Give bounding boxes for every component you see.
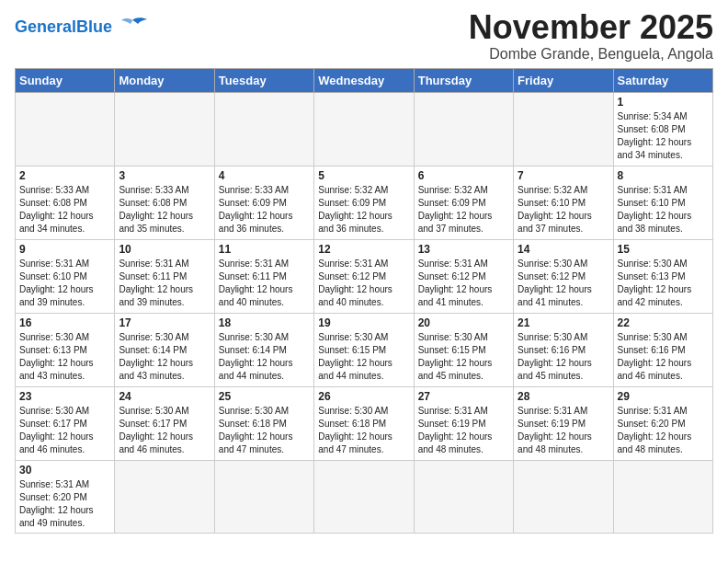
calendar-cell: 2Sunrise: 5:33 AM Sunset: 6:08 PM Daylig…	[16, 166, 115, 239]
day-info: Sunrise: 5:30 AM Sunset: 6:13 PM Dayligh…	[618, 258, 709, 309]
day-info: Sunrise: 5:31 AM Sunset: 6:11 PM Dayligh…	[119, 258, 210, 309]
day-info: Sunrise: 5:31 AM Sunset: 6:19 PM Dayligh…	[418, 405, 509, 456]
day-number: 16	[19, 316, 110, 329]
day-info: Sunrise: 5:31 AM Sunset: 6:20 PM Dayligh…	[19, 478, 110, 530]
calendar-cell: 28Sunrise: 5:31 AM Sunset: 6:19 PM Dayli…	[514, 386, 613, 460]
day-number: 13	[418, 243, 509, 256]
day-number: 12	[318, 243, 409, 256]
calendar-cell: 29Sunrise: 5:31 AM Sunset: 6:20 PM Dayli…	[613, 386, 712, 460]
day-number: 25	[219, 390, 310, 403]
calendar-cell	[115, 460, 214, 533]
day-info: Sunrise: 5:30 AM Sunset: 6:18 PM Dayligh…	[219, 405, 310, 456]
calendar-cell	[514, 92, 613, 166]
weekday-header-row: SundayMondayTuesdayWednesdayThursdayFrid…	[16, 68, 713, 92]
title-section: November 2025 Dombe Grande, Benguela, An…	[469, 9, 713, 63]
calendar-cell: 12Sunrise: 5:31 AM Sunset: 6:12 PM Dayli…	[314, 239, 414, 313]
day-number: 18	[219, 316, 310, 329]
day-number: 19	[318, 316, 409, 329]
calendar-cell: 9Sunrise: 5:31 AM Sunset: 6:10 PM Daylig…	[16, 239, 115, 313]
day-number: 4	[219, 169, 310, 182]
day-info: Sunrise: 5:30 AM Sunset: 6:16 PM Dayligh…	[518, 331, 609, 383]
weekday-header-monday: Monday	[115, 68, 214, 92]
calendar-cell: 13Sunrise: 5:31 AM Sunset: 6:12 PM Dayli…	[414, 239, 513, 313]
day-info: Sunrise: 5:31 AM Sunset: 6:12 PM Dayligh…	[318, 258, 409, 309]
day-number: 2	[19, 169, 110, 182]
calendar-cell	[115, 92, 214, 166]
calendar-cell: 16Sunrise: 5:30 AM Sunset: 6:13 PM Dayli…	[16, 313, 115, 386]
calendar-cell: 15Sunrise: 5:30 AM Sunset: 6:13 PM Dayli…	[613, 239, 712, 313]
day-number: 3	[119, 169, 210, 182]
calendar-title: November 2025	[469, 9, 713, 46]
week-row-0: 1Sunrise: 5:34 AM Sunset: 6:08 PM Daylig…	[16, 92, 713, 166]
day-number: 29	[618, 390, 709, 403]
day-number: 5	[318, 169, 409, 182]
day-number: 23	[19, 390, 110, 403]
weekday-header-sunday: Sunday	[16, 68, 115, 92]
calendar-cell: 17Sunrise: 5:30 AM Sunset: 6:14 PM Dayli…	[115, 313, 214, 386]
calendar-cell	[16, 92, 115, 166]
calendar-cell	[613, 460, 712, 533]
day-number: 20	[418, 316, 509, 329]
calendar-cell: 24Sunrise: 5:30 AM Sunset: 6:17 PM Dayli…	[115, 386, 214, 460]
day-info: Sunrise: 5:33 AM Sunset: 6:08 PM Dayligh…	[19, 184, 110, 236]
calendar-table: SundayMondayTuesdayWednesdayThursdayFrid…	[15, 68, 713, 534]
calendar-cell: 26Sunrise: 5:30 AM Sunset: 6:18 PM Dayli…	[314, 386, 414, 460]
calendar-cell	[514, 460, 613, 533]
day-info: Sunrise: 5:31 AM Sunset: 6:20 PM Dayligh…	[618, 405, 709, 456]
day-info: Sunrise: 5:31 AM Sunset: 6:12 PM Dayligh…	[418, 258, 509, 309]
calendar-cell: 21Sunrise: 5:30 AM Sunset: 6:16 PM Dayli…	[514, 313, 613, 386]
day-number: 6	[418, 169, 509, 182]
day-info: Sunrise: 5:30 AM Sunset: 6:18 PM Dayligh…	[318, 405, 409, 456]
calendar-cell: 10Sunrise: 5:31 AM Sunset: 6:11 PM Dayli…	[115, 239, 214, 313]
day-info: Sunrise: 5:30 AM Sunset: 6:14 PM Dayligh…	[119, 331, 210, 383]
day-info: Sunrise: 5:30 AM Sunset: 6:16 PM Dayligh…	[618, 331, 709, 383]
day-number: 30	[19, 464, 110, 477]
calendar-cell: 14Sunrise: 5:30 AM Sunset: 6:12 PM Dayli…	[514, 239, 613, 313]
day-number: 21	[518, 316, 609, 329]
week-row-5: 30Sunrise: 5:31 AM Sunset: 6:20 PM Dayli…	[16, 460, 713, 533]
day-number: 28	[518, 390, 609, 403]
calendar-cell: 18Sunrise: 5:30 AM Sunset: 6:14 PM Dayli…	[214, 313, 313, 386]
day-info: Sunrise: 5:31 AM Sunset: 6:11 PM Dayligh…	[219, 258, 310, 309]
day-info: Sunrise: 5:33 AM Sunset: 6:08 PM Dayligh…	[119, 184, 210, 236]
calendar-cell: 7Sunrise: 5:32 AM Sunset: 6:10 PM Daylig…	[514, 166, 613, 239]
day-info: Sunrise: 5:32 AM Sunset: 6:09 PM Dayligh…	[418, 184, 509, 236]
week-row-1: 2Sunrise: 5:33 AM Sunset: 6:08 PM Daylig…	[16, 166, 713, 239]
calendar-cell: 30Sunrise: 5:31 AM Sunset: 6:20 PM Dayli…	[16, 460, 115, 533]
calendar-cell	[414, 460, 513, 533]
day-info: Sunrise: 5:31 AM Sunset: 6:10 PM Dayligh…	[19, 258, 110, 309]
day-info: Sunrise: 5:30 AM Sunset: 6:15 PM Dayligh…	[318, 331, 409, 383]
calendar-cell: 11Sunrise: 5:31 AM Sunset: 6:11 PM Dayli…	[214, 239, 313, 313]
header: GeneralBlue November 2025 Dombe Grande, …	[15, 9, 713, 63]
day-number: 1	[618, 96, 709, 109]
calendar-cell	[314, 92, 414, 166]
calendar-cell: 19Sunrise: 5:30 AM Sunset: 6:15 PM Dayli…	[314, 313, 414, 386]
day-number: 8	[618, 169, 709, 182]
day-info: Sunrise: 5:34 AM Sunset: 6:08 PM Dayligh…	[618, 110, 709, 162]
calendar-cell	[314, 460, 414, 533]
day-number: 24	[119, 390, 210, 403]
calendar-subtitle: Dombe Grande, Benguela, Angola	[469, 46, 713, 63]
logo-text: GeneralBlue	[15, 18, 112, 35]
day-number: 10	[119, 243, 210, 256]
day-info: Sunrise: 5:32 AM Sunset: 6:09 PM Dayligh…	[318, 184, 409, 236]
calendar-cell: 4Sunrise: 5:33 AM Sunset: 6:09 PM Daylig…	[214, 166, 313, 239]
day-info: Sunrise: 5:30 AM Sunset: 6:15 PM Dayligh…	[418, 331, 509, 383]
calendar-cell: 20Sunrise: 5:30 AM Sunset: 6:15 PM Dayli…	[414, 313, 513, 386]
day-info: Sunrise: 5:30 AM Sunset: 6:14 PM Dayligh…	[219, 331, 310, 383]
day-number: 14	[518, 243, 609, 256]
week-row-4: 23Sunrise: 5:30 AM Sunset: 6:17 PM Dayli…	[16, 386, 713, 460]
calendar-cell	[414, 92, 513, 166]
day-number: 15	[618, 243, 709, 256]
day-number: 9	[19, 243, 110, 256]
calendar-cell: 23Sunrise: 5:30 AM Sunset: 6:17 PM Dayli…	[16, 386, 115, 460]
calendar-cell: 27Sunrise: 5:31 AM Sunset: 6:19 PM Dayli…	[414, 386, 513, 460]
day-number: 22	[618, 316, 709, 329]
weekday-header-saturday: Saturday	[613, 68, 712, 92]
day-info: Sunrise: 5:31 AM Sunset: 6:19 PM Dayligh…	[518, 405, 609, 456]
weekday-header-wednesday: Wednesday	[314, 68, 414, 92]
calendar-cell: 22Sunrise: 5:30 AM Sunset: 6:16 PM Dayli…	[613, 313, 712, 386]
day-info: Sunrise: 5:31 AM Sunset: 6:10 PM Dayligh…	[618, 184, 709, 236]
day-number: 26	[318, 390, 409, 403]
weekday-header-friday: Friday	[514, 68, 613, 92]
